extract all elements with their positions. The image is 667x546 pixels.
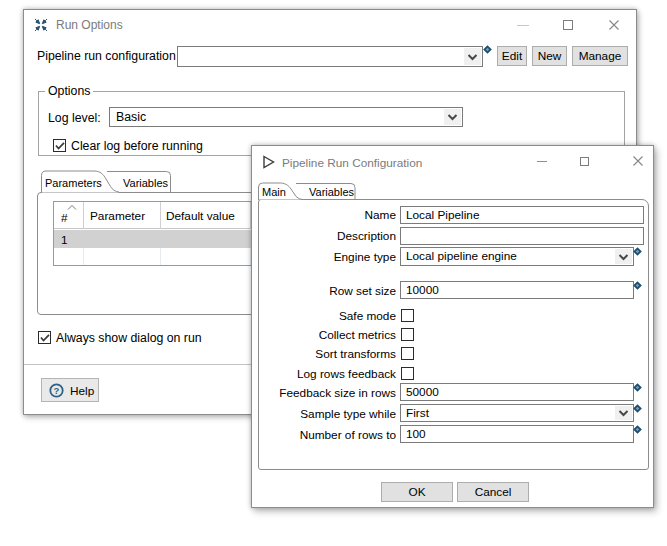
- svg-text:?: ?: [54, 385, 60, 396]
